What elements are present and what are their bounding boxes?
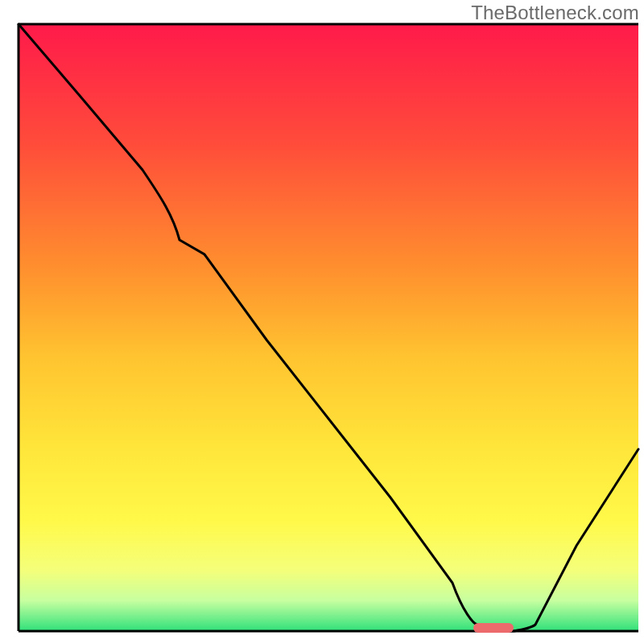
- chart-background: [19, 24, 638, 631]
- watermark-text: TheBottleneck.com: [471, 2, 639, 24]
- chart-svg: [0, 0, 644, 644]
- optimal-marker: [473, 623, 514, 633]
- chart-container: TheBottleneck.com: [0, 0, 644, 644]
